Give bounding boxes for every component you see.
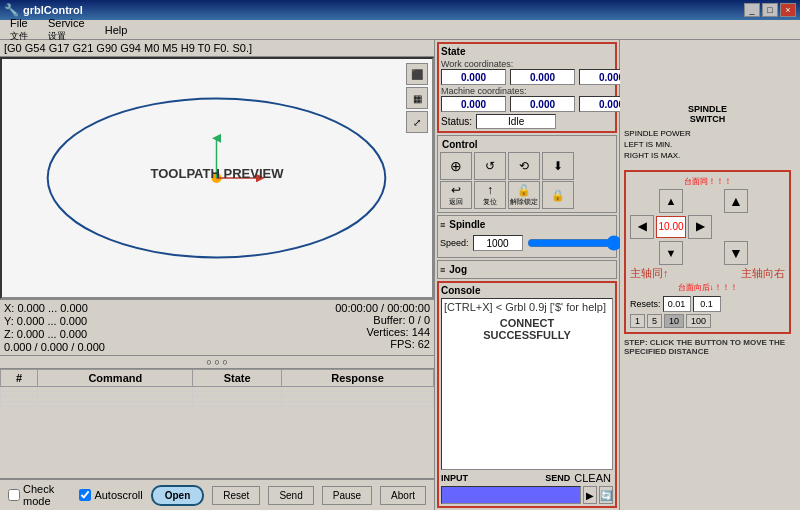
annotation-panel: SPINDLESWITCH SPINDLE POWERLEFT IS MIN.R… (620, 40, 795, 510)
abort-button[interactable]: Abort (380, 486, 426, 505)
fps-display: FPS: 62 (335, 338, 430, 350)
cmd-table-area: # Command State Response (0, 368, 434, 478)
machine-x-input[interactable] (441, 96, 506, 112)
jog-controls-box: 台面同！！！ ▲ ▲ ◀ ▶ (624, 170, 791, 334)
col-response: Response (281, 370, 433, 387)
middle-panel: State Work coordinates: Machine coordina… (435, 40, 620, 510)
ctrl-btn-reset[interactable]: ↑ 复位 (474, 181, 506, 209)
work-x-input[interactable] (441, 69, 506, 85)
spindle-switch-label: SPINDLESWITCH (624, 104, 791, 124)
jog-title: Jog (447, 263, 469, 276)
check-mode-checkbox[interactable] (8, 489, 20, 501)
coord-x: X: 0.000 ... 0.000 (4, 302, 105, 314)
col-state: State (193, 370, 282, 387)
check-mode-label[interactable]: Check mode (8, 483, 71, 507)
control-title: Control (440, 138, 614, 151)
jog-header: ≡ Jog (440, 263, 614, 276)
jog-label-left: 主轴同↑ (630, 266, 669, 281)
status-value: Idle (476, 114, 556, 129)
ctrl-btn-home[interactable]: ⊕ (440, 152, 472, 180)
autoscroll-checkbox[interactable] (79, 489, 91, 501)
toolpath-area: TOOLPATH PREVIEW ⬛ ▦ ⤢ (0, 57, 434, 299)
ctrl-btn-spindle-ccw[interactable]: ⟲ (508, 152, 540, 180)
gcode-text: [G0 G54 G17 G21 G90 G94 M0 M5 H9 T0 F0. … (4, 42, 252, 54)
view-fit-btn[interactable]: ⤢ (406, 111, 428, 133)
preset-input-2[interactable] (693, 296, 721, 312)
spindle-header: ≡ Spindle (440, 218, 614, 231)
control-row2: ↩ 返回 ↑ 复位 🔓 解除锁定 (440, 181, 614, 209)
ctrl-btn-zero[interactable]: ⬇ (542, 152, 574, 180)
preset-btn-10[interactable]: 10 (664, 314, 684, 328)
jog-up-btn[interactable]: ▲ (659, 189, 683, 213)
maximize-button[interactable]: □ (762, 3, 778, 17)
presets-row: Resets: (630, 296, 785, 312)
spindle-speed-input[interactable] (473, 235, 523, 251)
jog-z-down-btn[interactable]: ▼ (724, 241, 748, 265)
console-input-field[interactable] (441, 486, 581, 504)
view-top-btn[interactable]: ▦ (406, 87, 428, 109)
separator-dots: ○ ○ ○ (0, 355, 434, 368)
spindle-section: ≡ Spindle Speed: ⚙ (437, 215, 617, 258)
work-coords-label: Work coordinates: (441, 59, 561, 69)
preset-input-1[interactable] (663, 296, 691, 312)
coords-left: X: 0.000 ... 0.000 Y: 0.000 ... 0.000 Z:… (4, 302, 105, 353)
work-y-input[interactable] (510, 69, 575, 85)
autoscroll-label[interactable]: Autoscroll (79, 489, 142, 501)
coords-bar: X: 0.000 ... 0.000 Y: 0.000 ... 0.000 Z:… (0, 299, 434, 355)
state-section: State Work coordinates: Machine coordina… (437, 42, 617, 133)
status-label: Status: (441, 116, 472, 127)
app-window: 🔧 grblControl _ □ × File文件 Service设置 Hel… (0, 0, 800, 510)
bottom-bar: Check mode Autoscroll Open Reset Send Pa… (0, 478, 434, 510)
console-output: [CTRL+X] < Grbl 0.9j ['$' for help] CONN… (441, 298, 613, 470)
control-row1: ⊕ ↺ ⟲ ⬇ (440, 152, 614, 180)
ctrl-btn-return[interactable]: ↩ 返回 (440, 181, 472, 209)
table-row (1, 402, 434, 407)
preset-btn-100[interactable]: 100 (686, 314, 711, 328)
ctrl-btn-unlock[interactable]: 🔓 解除锁定 (508, 181, 540, 209)
speed-label: Speed: (440, 238, 469, 248)
step-annotation: STEP: CLICK THE BUTTON TO MOVE THE SPECI… (624, 338, 791, 356)
console-title: Console (441, 285, 613, 296)
console-line: [CTRL+X] < Grbl 0.9j ['$' for help] (444, 301, 610, 313)
send-label: SEND (545, 473, 570, 483)
view-3d-btn[interactable]: ⬛ (406, 63, 428, 85)
control-section: Control ⊕ ↺ ⟲ ⬇ ↩ 返回 (437, 135, 617, 213)
minimize-button[interactable]: _ (744, 3, 760, 17)
title-bar-controls: _ □ × (744, 3, 796, 17)
coord-y: Y: 0.000 ... 0.000 (4, 315, 105, 327)
jog-down-btn[interactable]: ▼ (659, 241, 683, 265)
coord-xyz: 0.000 / 0.000 / 0.000 (4, 341, 105, 353)
menu-help[interactable]: Help (99, 22, 134, 38)
ctrl-btn-spindle-cw[interactable]: ↺ (474, 152, 506, 180)
preset-btn-5[interactable]: 5 (647, 314, 662, 328)
jog-top-annotation: 台面同！！！ (630, 176, 785, 187)
buffer-display: Buffer: 0 / 0 (335, 314, 430, 326)
state-title: State (441, 46, 613, 57)
send-button[interactable]: Send (268, 486, 313, 505)
console-send-button[interactable]: ▶ (583, 486, 597, 504)
console-input-row: INPUT SEND CLEAN (441, 472, 613, 484)
jog-right-btn[interactable]: ▶ (688, 215, 712, 239)
time-display: 00:00:00 / 00:00:00 (335, 302, 430, 314)
preset-btn-1[interactable]: 1 (630, 314, 645, 328)
jog-left-btn[interactable]: ◀ (630, 215, 654, 239)
machine-y-input[interactable] (510, 96, 575, 112)
input-label: INPUT (441, 473, 468, 483)
ctrl-btn-lock[interactable]: 🔒 (542, 181, 574, 209)
close-button[interactable]: × (780, 3, 796, 17)
view-controls: ⬛ ▦ ⤢ (406, 63, 428, 133)
jog-grid: ▲ ▲ ◀ ▶ ▼ ▼ (630, 189, 785, 265)
cmd-table: # Command State Response (0, 369, 434, 407)
clean-label: CLEAN (574, 472, 611, 484)
jog-z-up-btn[interactable]: ▲ (724, 189, 748, 213)
title-bar: 🔧 grblControl _ □ × (0, 0, 800, 20)
spindle-title: Spindle (447, 218, 487, 231)
pause-button[interactable]: Pause (322, 486, 372, 505)
check-mode-text: Check mode (23, 483, 71, 507)
machine-coords-label: Machine coordinates: (441, 86, 561, 96)
reset-button[interactable]: Reset (212, 486, 260, 505)
console-clear-button[interactable]: 🔄 (599, 486, 613, 504)
open-button[interactable]: Open (151, 485, 205, 506)
col-command: Command (38, 370, 193, 387)
jog-step-input[interactable] (656, 216, 686, 238)
